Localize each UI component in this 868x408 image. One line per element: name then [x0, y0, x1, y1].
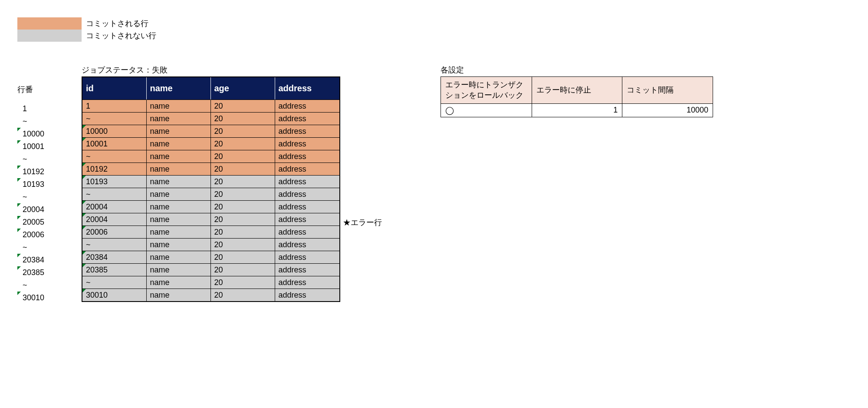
cell-address: address [275, 125, 340, 138]
cell-id: ~ [82, 188, 146, 201]
cell-address: address [275, 150, 340, 163]
swatch-uncommitted [17, 30, 82, 42]
cell-name: name [146, 138, 210, 150]
cell-age: 20 [210, 251, 275, 264]
data-table: id name age address 1name20address~name2… [82, 76, 340, 302]
settings-block: 各設定 エラー時にトランザクションをロールバック エラー時に停止 コミット間隔 … [441, 63, 713, 117]
cell-id: ~ [82, 113, 146, 125]
col-id: id [82, 77, 146, 100]
rowno-cell: ~ [17, 153, 82, 166]
table-row: ~name20address [82, 188, 340, 201]
cell-id: ~ [82, 276, 146, 289]
cell-name: name [146, 163, 210, 176]
table-row: 20384name20address [82, 251, 340, 264]
row-annotation [343, 178, 395, 191]
cell-address: address [275, 163, 340, 176]
row-annotation [343, 153, 395, 166]
row-annotation [343, 203, 395, 216]
row-annotation [343, 292, 395, 304]
col-name: name [146, 77, 210, 100]
cell-name: name [146, 113, 210, 125]
settings-v2: 1 [532, 103, 622, 117]
cell-name: name [146, 239, 210, 251]
cell-age: 20 [210, 100, 275, 113]
table-row: ~name20address [82, 276, 340, 289]
cell-id: 20004 [82, 213, 146, 226]
row-annotation [343, 279, 395, 292]
cell-name: name [146, 276, 210, 289]
cell-id: 1 [82, 100, 146, 113]
table-row: 20004name20address [82, 201, 340, 213]
rowno-cell: 1 [17, 103, 82, 115]
settings-table: エラー時にトランザクションをロールバック エラー時に停止 コミット間隔 ◯ 1 … [441, 76, 713, 117]
table-row: 20006name20address [82, 226, 340, 239]
cell-name: name [146, 150, 210, 163]
cell-address: address [275, 188, 340, 201]
row-annotation [343, 254, 395, 266]
table-row: 10193name20address [82, 176, 340, 188]
cell-id: 10001 [82, 138, 146, 150]
row-annotation [343, 140, 395, 153]
settings-v3: 10000 [622, 103, 713, 117]
col-address: address [275, 77, 340, 100]
cell-address: address [275, 276, 340, 289]
table-row: 10000name20address [82, 125, 340, 138]
settings-h1: エラー時にトランザクションをロールバック [441, 77, 532, 104]
cell-age: 20 [210, 213, 275, 226]
table-title: ジョブステータス：失敗 [82, 63, 339, 76]
legend-uncommitted-label: コミットされない行 [86, 30, 156, 41]
cell-age: 20 [210, 239, 275, 251]
annotation-column: ★エラー行 [343, 63, 395, 304]
cell-address: address [275, 176, 340, 188]
cell-name: name [146, 289, 210, 302]
cell-age: 20 [210, 125, 275, 138]
cell-id: ~ [82, 150, 146, 163]
legend-committed: コミットされる行 [17, 17, 851, 30]
rowno-cell: 10192 [17, 166, 82, 178]
cell-age: 20 [210, 138, 275, 150]
settings-v1: ◯ [441, 103, 532, 117]
cell-name: name [146, 100, 210, 113]
cell-address: address [275, 113, 340, 125]
table-row: 30010name20address [82, 289, 340, 302]
cell-age: 20 [210, 163, 275, 176]
cell-id: 20004 [82, 201, 146, 213]
settings-h3: コミット間隔 [622, 77, 713, 104]
cell-age: 20 [210, 289, 275, 302]
legend-committed-label: コミットされる行 [86, 18, 148, 29]
table-row: 10001name20address [82, 138, 340, 150]
cell-age: 20 [210, 201, 275, 213]
cell-age: 20 [210, 150, 275, 163]
cell-name: name [146, 251, 210, 264]
cell-name: name [146, 226, 210, 239]
table-row: ~name20address [82, 150, 340, 163]
row-annotation [343, 115, 395, 128]
table-row: ~name20address [82, 113, 340, 125]
cell-id: 20006 [82, 226, 146, 239]
table-row: 20004name20address [82, 213, 340, 226]
settings-h2: エラー時に停止 [532, 77, 622, 104]
rowno-cell: 20005 [17, 216, 82, 229]
cell-address: address [275, 201, 340, 213]
cell-age: 20 [210, 176, 275, 188]
row-annotation [343, 241, 395, 254]
legend: コミットされる行 コミットされない行 [17, 17, 851, 42]
cell-address: address [275, 289, 340, 302]
cell-id: 20385 [82, 264, 146, 276]
cell-id: ~ [82, 239, 146, 251]
rowno-cell: 30010 [17, 292, 82, 304]
cell-id: 20384 [82, 251, 146, 264]
row-annotation [343, 191, 395, 203]
table-row: ~name20address [82, 239, 340, 251]
cell-address: address [275, 226, 340, 239]
col-age: age [210, 77, 275, 100]
cell-address: address [275, 100, 340, 113]
cell-name: name [146, 176, 210, 188]
cell-address: address [275, 251, 340, 264]
rowno-cell: 10001 [17, 140, 82, 153]
rowno-cell: 10193 [17, 178, 82, 191]
row-annotation [343, 229, 395, 241]
rowno-cell: ~ [17, 241, 82, 254]
table-row: 10192name20address [82, 163, 340, 176]
cell-id: 10192 [82, 163, 146, 176]
